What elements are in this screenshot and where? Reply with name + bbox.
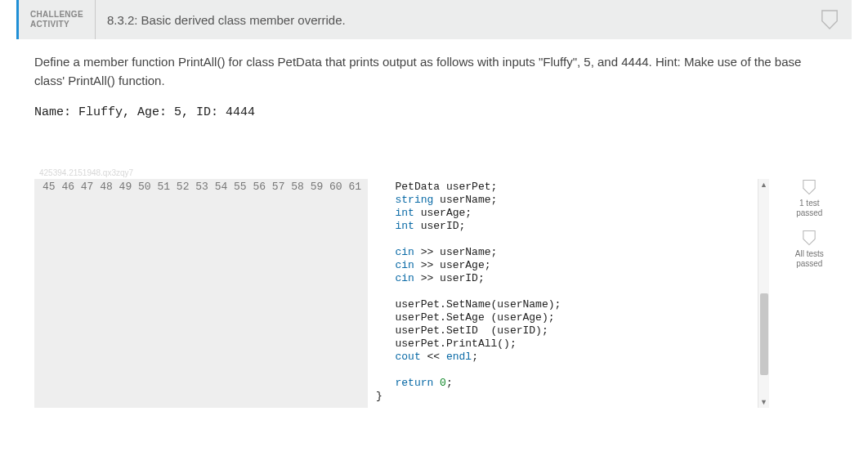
activity-title: 8.3.2: Basic derived class member overri… — [96, 0, 808, 39]
shield-icon — [802, 179, 817, 195]
one-test-badge: 1 testpassed — [785, 179, 834, 218]
scrollbar-track[interactable]: ▲ ▼ — [758, 179, 769, 408]
test-status-panel: 1 testpassed All testspassed — [785, 179, 834, 280]
activity-type-line2: ACTIVITY — [30, 20, 83, 29]
shield-icon — [821, 9, 839, 30]
completion-shield — [808, 0, 852, 39]
one-test-label: 1 testpassed — [785, 199, 834, 218]
problem-prompt: Define a member function PrintAll() for … — [34, 52, 834, 91]
line-number-gutter: 45 46 47 48 49 50 51 52 53 54 55 56 57 5… — [34, 179, 368, 408]
all-tests-badge: All testspassed — [785, 230, 834, 269]
activity-type-label: CHALLENGE ACTIVITY — [19, 0, 96, 39]
shield-icon — [802, 230, 817, 246]
expected-output: Name: Fluffy, Age: 5, ID: 4444 — [34, 105, 834, 119]
activity-type-line1: CHALLENGE — [30, 10, 83, 20]
scroll-down-button[interactable]: ▼ — [758, 396, 770, 408]
activity-header: CHALLENGE ACTIVITY 8.3.2: Basic derived … — [16, 0, 852, 39]
code-content[interactable]: PetData userPet; string userName; int us… — [368, 179, 768, 408]
code-editor[interactable]: 45 46 47 48 49 50 51 52 53 54 55 56 57 5… — [34, 179, 769, 408]
scroll-up-button[interactable]: ▲ — [758, 179, 770, 190]
scrollbar-thumb[interactable] — [760, 293, 768, 375]
watermark-id: 425394.2151948.qx3zqy7 — [39, 168, 834, 177]
all-tests-label: All testspassed — [785, 249, 834, 269]
